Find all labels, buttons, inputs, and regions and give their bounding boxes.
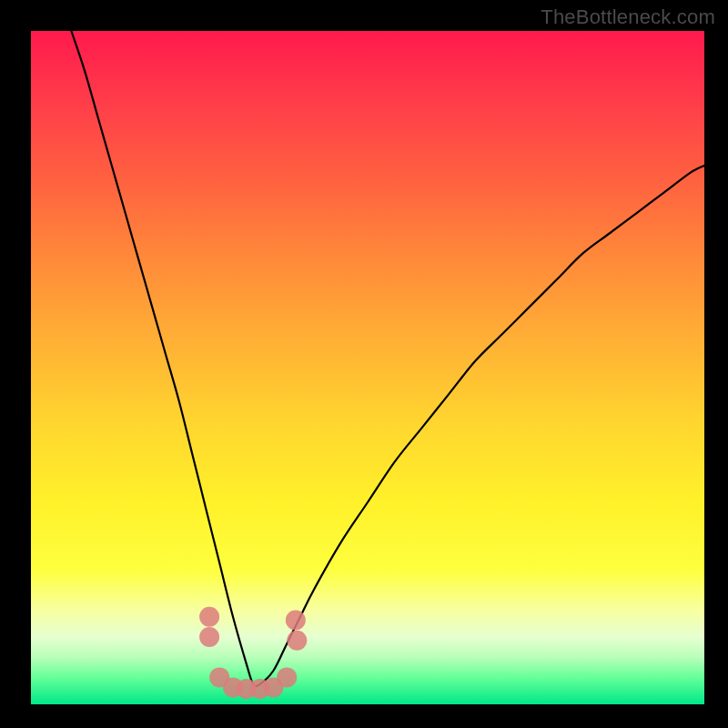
outer-frame: TheBottleneck.com (0, 0, 728, 728)
curve-line (71, 31, 704, 686)
plot-area (31, 31, 704, 704)
data-point (199, 607, 219, 627)
attribution-label: TheBottleneck.com (541, 5, 715, 29)
data-points (199, 607, 307, 699)
data-point (286, 611, 306, 631)
data-point (199, 627, 219, 647)
chart-svg (31, 31, 704, 704)
data-point (287, 631, 307, 651)
data-point (277, 667, 297, 687)
